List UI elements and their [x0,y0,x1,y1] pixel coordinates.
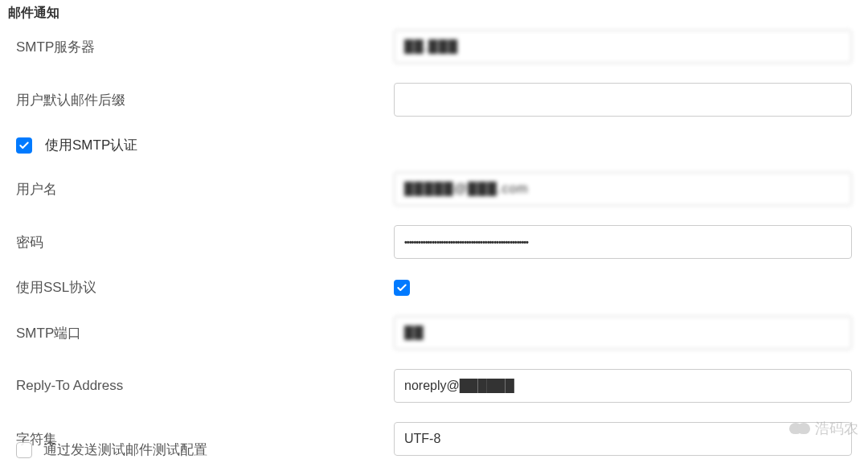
smtp-server-label: SMTP服务器 [16,38,394,56]
test-email-row: 通过发送测试邮件测试配置 [16,441,207,459]
smtp-auth-checkbox[interactable] [16,137,32,154]
smtp-port-row: SMTP端口 [16,316,852,350]
username-row: 用户名 [16,172,852,206]
ssl-checkbox[interactable] [394,280,410,296]
smtp-server-input[interactable] [394,30,852,64]
smtp-auth-row: 使用SMTP认证 [16,136,852,154]
ssl-label: 使用SSL协议 [16,278,394,297]
password-row: 密码 [16,225,852,259]
watermark: 浩码农 [789,419,858,438]
default-suffix-input[interactable] [394,83,852,117]
smtp-port-input[interactable] [394,316,852,350]
smtp-auth-label: 使用SMTP认证 [45,136,137,154]
smtp-port-label: SMTP端口 [16,324,394,342]
check-icon [396,282,407,293]
default-suffix-label: 用户默认邮件后缀 [16,91,394,109]
smtp-auth-checkbox-wrapper[interactable]: 使用SMTP认证 [16,136,137,154]
username-input[interactable] [394,172,852,206]
test-email-checkbox[interactable] [16,442,32,458]
smtp-server-row: SMTP服务器 [16,30,852,64]
reply-to-row: Reply-To Address [16,369,852,403]
section-title: 邮件通知 [0,0,868,30]
email-notification-form: SMTP服务器 用户默认邮件后缀 使用SMTP认证 用户名 密码 使用SSL协议 [0,30,868,456]
reply-to-input[interactable] [394,369,852,403]
watermark-text: 浩码农 [815,419,858,438]
username-label: 用户名 [16,180,394,199]
wechat-icon [789,420,810,437]
test-email-label: 通过发送测试邮件测试配置 [43,441,207,459]
charset-input[interactable] [394,422,852,456]
ssl-row: 使用SSL协议 [16,278,852,297]
default-suffix-row: 用户默认邮件后缀 [16,83,852,117]
check-icon [18,140,30,151]
password-label: 密码 [16,233,394,252]
password-input[interactable] [394,225,852,259]
reply-to-label: Reply-To Address [16,378,394,394]
